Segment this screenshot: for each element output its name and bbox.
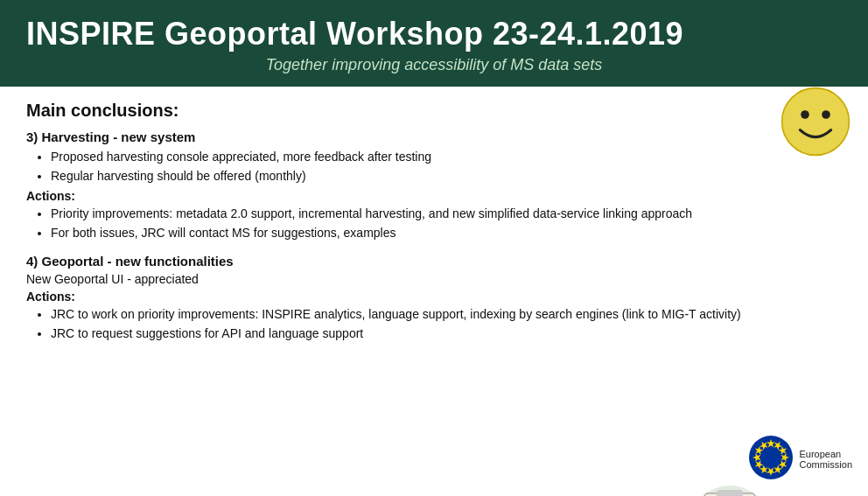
ec-text: European Commission	[799, 449, 852, 470]
section-harvesting: 3) Harvesting - new system Proposed harv…	[26, 129, 842, 241]
harvesting-actions-label: Actions:	[26, 189, 842, 203]
geoportal-actions: JRC to work on priority improvements: IN…	[51, 305, 842, 343]
harvesting-bullets: Proposed harvesting console appreciated,…	[51, 148, 842, 185]
svg-rect-5	[717, 490, 743, 496]
geoportal-title: 4) Geoportal - new functionalities	[26, 254, 842, 269]
header: INSPIRE Geoportal Workshop 23-24.1.2019 …	[0, 0, 868, 87]
footer-logo: European Commission	[748, 435, 852, 484]
page-subtitle: Together improving accessibility of MS d…	[26, 56, 842, 74]
eu-emblem	[748, 435, 794, 484]
harvesting-title: 3) Harvesting - new system	[26, 129, 842, 144]
list-item: Proposed harvesting console appreciated,…	[51, 148, 842, 165]
main-content: Main conclusions: 3) Harvesting - new sy…	[0, 87, 868, 364]
checklist-icon	[689, 483, 772, 496]
list-item: JRC to request suggestions for API and l…	[51, 325, 842, 342]
svg-point-1	[801, 110, 809, 119]
geoportal-actions-label: Actions:	[26, 290, 842, 304]
geoportal-intro: New Geoportal UI - appreciated	[26, 272, 842, 286]
list-item: For both issues, JRC will contact MS for…	[51, 224, 842, 241]
section-geoportal: 4) Geoportal - new functionalities New G…	[26, 254, 842, 343]
list-item: Priority improvements: metadata 2.0 supp…	[51, 205, 842, 222]
ec-european-label: European	[799, 449, 841, 459]
list-item: JRC to work on priority improvements: IN…	[51, 305, 842, 323]
page-title: INSPIRE Geoportal Workshop 23-24.1.2019	[26, 16, 842, 52]
svg-point-2	[822, 110, 830, 119]
main-conclusions-heading: Main conclusions:	[26, 101, 842, 121]
harvesting-actions: Priority improvements: metadata 2.0 supp…	[51, 205, 842, 242]
ec-commission-label: Commission	[799, 459, 852, 470]
list-item: Regular harvesting should be offered (mo…	[51, 167, 842, 185]
